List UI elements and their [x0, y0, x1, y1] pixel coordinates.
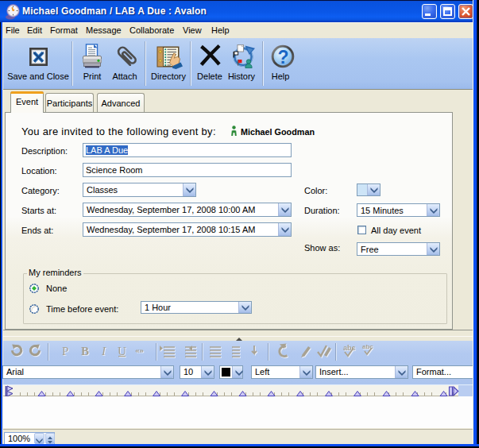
svg-text:abc: abc [362, 343, 373, 350]
svg-text:«»: «» [135, 345, 144, 354]
svg-text:U: U [118, 345, 126, 357]
svg-text:?: ? [277, 47, 288, 68]
svg-text:P: P [62, 345, 68, 357]
svg-text:abc: abc [343, 344, 356, 352]
svg-text:B: B [81, 345, 89, 357]
svg-text:I: I [101, 345, 106, 357]
